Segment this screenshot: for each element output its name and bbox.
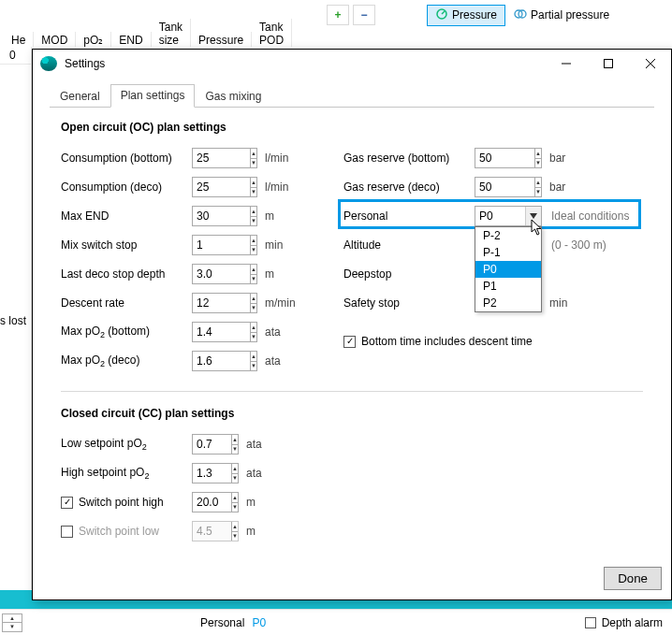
- chevron-down-icon[interactable]: ▼: [251, 245, 256, 255]
- consumption-bottom-input[interactable]: [193, 149, 250, 167]
- personal-option[interactable]: P0: [475, 261, 541, 278]
- switch-point-high-field[interactable]: ▲▼: [192, 492, 239, 512]
- altitude-label: Altitude: [343, 238, 475, 252]
- dialog-title: Settings: [65, 57, 105, 70]
- gas-reserve-bottom-field[interactable]: ▲▼: [475, 148, 542, 168]
- chevron-down-icon[interactable]: ▼: [3, 622, 22, 631]
- chevron-up-icon[interactable]: ▲: [251, 265, 256, 274]
- maxpo2-deco-label: Max pO2 (deco): [61, 354, 192, 368]
- consumption-deco-field[interactable]: ▲▼: [192, 177, 257, 197]
- personal-select[interactable]: P0: [475, 206, 542, 226]
- maxpo2-bottom-field[interactable]: ▲▼: [192, 322, 257, 342]
- consumption-bottom-field[interactable]: ▲▼: [192, 148, 257, 168]
- row-personal: Personal P0 Ideal conditions: [343, 203, 643, 229]
- chevron-up-icon[interactable]: ▲: [251, 352, 256, 361]
- close-icon: [646, 59, 655, 68]
- chevron-down-icon[interactable]: ▼: [232, 444, 238, 455]
- title-bar: Settings: [33, 50, 671, 78]
- chevron-down-icon[interactable]: ▼: [251, 216, 256, 226]
- chevron-up-icon[interactable]: ▲: [232, 493, 238, 502]
- max-end-input[interactable]: [193, 207, 250, 225]
- chevron-up-icon[interactable]: ▲: [251, 207, 256, 216]
- mix-switch-field[interactable]: ▲▼: [192, 235, 257, 255]
- last-deco-field[interactable]: ▲▼: [192, 264, 257, 284]
- status-stepper[interactable]: ▲ ▼: [2, 613, 22, 632]
- chevron-up-icon[interactable]: ▲: [535, 178, 541, 187]
- mix-switch-label: Mix switch stop: [61, 238, 192, 252]
- high-setpoint-label: High setpoint pO2: [61, 466, 192, 481]
- consumption-deco-input[interactable]: [193, 178, 250, 196]
- chevron-up-icon[interactable]: ▲: [251, 149, 256, 158]
- pressure-toggle[interactable]: Pressure: [427, 5, 505, 26]
- bottom-includes-descent-label: Bottom time includes descent time: [361, 335, 533, 348]
- gas-reserve-bottom-unit: bar: [549, 152, 565, 165]
- chevron-down-icon[interactable]: ▼: [251, 332, 256, 342]
- chevron-down-icon[interactable]: ▼: [535, 158, 541, 168]
- chevron-down-icon[interactable]: ▼: [251, 361, 256, 371]
- chevron-down-icon[interactable]: ▼: [251, 303, 256, 313]
- personal-option[interactable]: P2: [475, 295, 541, 311]
- descent-rate-field[interactable]: ▲▼: [192, 293, 257, 313]
- row-consumption-bottom: Consumption (bottom) ▲▼ l/min: [61, 145, 332, 171]
- low-setpoint-label: Low setpoint pO2: [61, 437, 192, 452]
- tab-plan-settings[interactable]: Plan settings: [110, 84, 196, 108]
- chevron-down-icon[interactable]: ▼: [535, 187, 541, 197]
- chevron-down-icon[interactable]: ▼: [232, 502, 238, 512]
- row-switch-point-low: Switch point low ▲▼ m: [61, 518, 332, 544]
- chevron-down-icon[interactable]: ▼: [232, 473, 238, 483]
- partial-icon: [514, 7, 527, 23]
- personal-dropdown-list[interactable]: P-2P-1P0P1P2: [475, 226, 542, 312]
- chevron-down-icon[interactable]: ▼: [251, 187, 256, 197]
- chevron-down-icon[interactable]: ▼: [251, 274, 256, 284]
- minimize-button[interactable]: [545, 51, 587, 77]
- partial-pressure-toggle-label: Partial pressure: [531, 8, 609, 22]
- depth-alarm-label: Depth alarm: [602, 616, 663, 629]
- chevron-down-icon[interactable]: ▼: [251, 158, 256, 168]
- switch-point-high-unit: m: [246, 496, 256, 509]
- close-button[interactable]: [629, 51, 671, 77]
- chevron-up-icon[interactable]: ▲: [251, 294, 256, 303]
- chevron-up-icon[interactable]: ▲: [251, 323, 256, 332]
- personal-option[interactable]: P-2: [475, 227, 541, 244]
- maximize-button[interactable]: [587, 51, 629, 77]
- chevron-up-icon[interactable]: ▲: [232, 464, 238, 473]
- switch-point-low-unit: m: [246, 525, 256, 538]
- last-deco-input[interactable]: [193, 265, 250, 283]
- tab-gas-mixing[interactable]: Gas mixing: [195, 85, 271, 108]
- depth-alarm-checkbox[interactable]: [585, 617, 596, 628]
- partial-pressure-toggle[interactable]: Partial pressure: [505, 5, 618, 26]
- maxpo2-deco-field[interactable]: ▲▼: [192, 351, 257, 371]
- cc-section-title: Closed circuit (CC) plan settings: [61, 407, 643, 420]
- chevron-up-icon[interactable]: ▲: [232, 435, 238, 444]
- consumption-bottom-label: Consumption (bottom): [61, 152, 192, 165]
- high-setpoint-field[interactable]: ▲▼: [192, 463, 239, 483]
- high-setpoint-input[interactable]: [193, 464, 231, 483]
- done-button[interactable]: Done: [604, 567, 662, 590]
- personal-option[interactable]: P1: [475, 278, 541, 295]
- switch-point-low-checkbox[interactable]: [61, 526, 73, 538]
- gas-reserve-deco-field[interactable]: ▲▼: [475, 177, 542, 197]
- tab-general[interactable]: General: [50, 85, 110, 108]
- col-pressure: Pressure: [191, 32, 252, 47]
- add-button[interactable]: +: [327, 5, 349, 25]
- descent-rate-input[interactable]: [193, 294, 250, 312]
- switch-point-high-input[interactable]: [193, 493, 231, 512]
- switch-point-high-checkbox[interactable]: ✓: [61, 497, 73, 509]
- chevron-up-icon[interactable]: ▲: [535, 149, 541, 158]
- chevron-down-icon[interactable]: [525, 207, 541, 225]
- personal-select-value: P0: [475, 209, 525, 223]
- low-setpoint-field[interactable]: ▲▼: [192, 434, 239, 455]
- gas-reserve-bottom-input[interactable]: [475, 149, 534, 167]
- maxpo2-deco-input[interactable]: [193, 352, 250, 370]
- maxpo2-bottom-input[interactable]: [193, 323, 250, 341]
- bottom-includes-descent-checkbox[interactable]: ✓: [343, 336, 356, 348]
- mix-switch-input[interactable]: [193, 236, 250, 254]
- remove-button[interactable]: −: [353, 5, 375, 25]
- chevron-up-icon[interactable]: ▲: [251, 236, 256, 245]
- chevron-up-icon[interactable]: ▲: [3, 614, 22, 623]
- low-setpoint-input[interactable]: [193, 435, 231, 454]
- gas-reserve-deco-input[interactable]: [475, 178, 534, 196]
- max-end-field[interactable]: ▲▼: [192, 206, 257, 226]
- chevron-up-icon[interactable]: ▲: [251, 178, 256, 187]
- personal-option[interactable]: P-1: [475, 244, 541, 261]
